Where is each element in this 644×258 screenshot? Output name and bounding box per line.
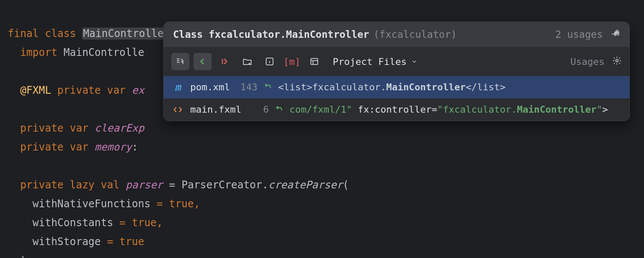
keyword: import [20,46,58,58]
scope-label: Project Files [333,56,407,67]
keyword: val [101,179,119,191]
keyword: private [20,179,64,191]
blank-line [8,160,14,172]
param: withNativeFunctions [33,198,151,210]
code-line: import MainControlle [8,46,144,58]
class-name-highlighted[interactable]: MainController [82,28,170,40]
line-number: 143 [236,80,258,94]
keyword: private [20,122,64,134]
chevron-down-icon [411,56,418,67]
variable: memory [94,141,132,153]
method-call: createParser [268,179,343,191]
punct: ( [343,179,349,191]
text: = [163,179,181,191]
popup-toolbar: [m] Project Files Usages [164,47,629,76]
keyword: private [58,84,101,96]
code-line: @FXML private var ex [8,84,144,96]
keyword: var [70,141,88,153]
next-occurrence-button[interactable] [216,53,234,70]
keyword: var [70,122,88,134]
regex-filter-button[interactable]: [m] [283,53,301,70]
keyword: final [8,28,39,40]
code-line: private var clearExp [8,122,144,134]
new-indicator-icon [264,80,272,94]
text: = true [101,236,144,248]
open-in-tool-window-button[interactable] [171,53,189,70]
settings-icon[interactable] [612,56,622,68]
popup-title: Class fxcalculator.MainController [173,29,369,40]
keyword: lazy [70,179,95,191]
code-line: ) [8,255,26,258]
prev-occurrence-button[interactable] [194,53,212,70]
maven-file-icon: m [171,80,184,94]
new-folder-button[interactable] [238,53,256,70]
xml-file-icon [171,105,184,114]
blank-line [8,65,14,77]
param: withStorage [33,236,101,248]
pin-icon[interactable] [611,29,620,40]
code-snippet: com/fxml/1" fx:controller="fxcalculator.… [289,103,608,117]
popup-header: Class fxcalculator.MainController (fxcal… [164,22,629,47]
code-snippet: <list>fxcalculator.MainController</list> [278,80,506,94]
text: = true, [150,198,200,210]
annotation: @FXML [20,84,51,96]
code-line: private lazy val parser = ParserCreator.… [8,179,349,191]
scope-selector[interactable]: Project Files [333,56,418,67]
preview-panel-button[interactable] [305,53,323,70]
code-line: withNativeFunctions = true, [8,198,200,210]
variable: parser [126,179,163,191]
find-usages-popup: Class fxcalculator.MainController (fxcal… [163,22,630,121]
blank-line [8,103,14,115]
code-line: withConstants = true, [8,217,163,229]
line-number: 6 [247,103,269,117]
param: withConstants [33,217,113,229]
keyword: class [45,28,76,40]
code-line: withStorage = true [8,236,144,248]
keyword: var [107,84,125,96]
info-button[interactable] [261,53,279,70]
variable: ex [132,84,144,96]
identifier: MainControlle [64,46,144,58]
filename-label: main.fxml [190,103,241,117]
usage-result-row[interactable]: mpom.xml143<list>fxcalculator.MainContro… [164,76,629,98]
usage-count-label: 2 usages [555,29,603,40]
keyword: private [20,141,64,153]
punct: ) [20,255,26,258]
code-line: private var memory: [8,141,138,153]
code-line: final class MainController: [8,28,177,40]
svg-rect-1 [311,58,318,64]
filename-label: pom.xml [190,80,230,94]
punct: . [262,179,268,191]
text: = true, [113,217,163,229]
usage-result-row[interactable]: main.fxml6com/fxml/1" fx:controller="fxc… [164,98,629,121]
new-indicator-icon [275,103,283,117]
punct: : [132,141,138,153]
usages-tab-label[interactable]: Usages [571,56,605,67]
class-ref: ParserCreator [182,179,262,191]
svg-point-2 [616,59,618,62]
variable: clearExp [94,122,144,134]
popup-subtitle: (fxcalculator) [374,29,457,40]
results-list: mpom.xml143<list>fxcalculator.MainContro… [164,76,629,121]
